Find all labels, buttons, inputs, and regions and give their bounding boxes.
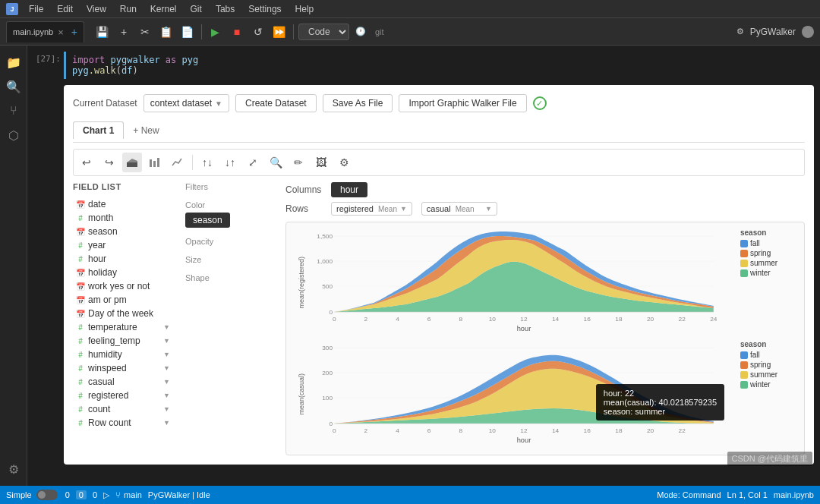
sep: [192, 155, 193, 170]
color-value[interactable]: season: [185, 213, 230, 228]
paste-btn[interactable]: 📄: [178, 23, 197, 41]
menu-kernel[interactable]: Kernel: [144, 2, 183, 16]
menu-file[interactable]: File: [23, 2, 49, 16]
time-indicator: 🕐: [355, 27, 366, 36]
svg-text:10: 10: [489, 427, 497, 434]
activity-search[interactable]: 🔍: [3, 76, 24, 97]
cell-type-select[interactable]: Code: [298, 24, 349, 40]
tab-new[interactable]: +: [71, 26, 77, 38]
chart1-svg-container: 1,500 1,000 500 0: [311, 228, 737, 337]
restart-run-btn[interactable]: ⏩: [270, 23, 289, 41]
create-dataset-btn[interactable]: Create Dataset: [235, 94, 317, 112]
field-holiday[interactable]: 📅holiday: [73, 266, 173, 279]
activity-settings[interactable]: ⚙: [3, 458, 24, 480]
activity-files[interactable]: 📁: [3, 52, 24, 73]
field-month[interactable]: #month: [73, 211, 173, 225]
toggle-switch[interactable]: [36, 490, 58, 500]
dataset-row: Current Dataset context dataset ▼ Create…: [73, 94, 805, 112]
save-btn[interactable]: 💾: [93, 23, 112, 41]
menu-git[interactable]: Git: [184, 2, 208, 16]
field-year[interactable]: #year: [73, 238, 173, 252]
field-temperature[interactable]: #temperature▼: [73, 320, 173, 334]
svg-text:0: 0: [333, 316, 336, 323]
cut-btn[interactable]: ✂: [136, 23, 154, 41]
field-registered[interactable]: #registered▼: [73, 389, 173, 402]
calendar-icon-3: 📅: [76, 268, 85, 277]
field-feeling-temp[interactable]: #feeling_temp▼: [73, 334, 173, 348]
import-graphic-walker-btn[interactable]: Import Graphic Walker File: [399, 94, 526, 112]
expand-btn[interactable]: ⤢: [243, 153, 263, 172]
activity-extensions[interactable]: ⬡: [3, 124, 24, 146]
field-day-of-week[interactable]: 📅Day of the week: [73, 307, 173, 320]
brush-btn[interactable]: ✏: [289, 153, 308, 172]
svg-text:18: 18: [615, 316, 623, 323]
row1-select[interactable]: registered Mean ▼: [331, 202, 412, 216]
hash-icon-7: #: [76, 364, 85, 373]
legend2: season fall spring summer winter: [737, 340, 798, 449]
svg-text:2: 2: [364, 316, 368, 323]
copy-btn[interactable]: 📋: [157, 23, 175, 41]
status-branch: ⑂ main: [115, 490, 142, 499]
field-humidity[interactable]: #humidity▼: [73, 348, 173, 361]
image-btn[interactable]: 🖼: [311, 153, 331, 172]
sort-asc-btn[interactable]: ↑↓: [197, 153, 217, 172]
field-am-or-pm[interactable]: 📅am or pm: [73, 293, 173, 307]
pygwalker-label: PyGWalker: [750, 27, 796, 37]
menu-tabs[interactable]: Tabs: [210, 2, 241, 16]
svg-text:16: 16: [584, 427, 591, 434]
menu-edit[interactable]: Edit: [51, 2, 79, 16]
git-indicator: git: [375, 27, 384, 36]
field-row-count[interactable]: #Row count▼: [73, 416, 173, 430]
legend1: season fall spring summer winter: [737, 228, 798, 337]
field-hour[interactable]: #hour: [73, 252, 173, 266]
hash-icon-6: #: [76, 350, 85, 359]
legend1-summer: summer: [740, 259, 798, 267]
zoom-in-btn[interactable]: 🔍: [266, 153, 285, 172]
run-btn[interactable]: ▶: [207, 23, 225, 41]
hash-icon-11: #: [76, 418, 85, 427]
chart-type-bar-btn[interactable]: [145, 153, 165, 172]
activity-git[interactable]: ⑂: [3, 100, 24, 121]
field-count[interactable]: #count▼: [73, 402, 173, 416]
svg-text:100: 100: [322, 395, 333, 402]
filters-section: Filters: [185, 182, 279, 191]
menu-run[interactable]: Run: [114, 2, 143, 16]
status-zero2: 0: [93, 490, 97, 499]
menu-help[interactable]: Help: [289, 2, 320, 16]
menu-view[interactable]: View: [80, 2, 112, 16]
field-winspeed[interactable]: #winspeed▼: [73, 361, 173, 375]
chevron-icon-7: ▼: [163, 405, 170, 413]
chart-tooltip: hour: 22 mean(casual): 40.0218579235 sea…: [596, 384, 724, 421]
color-label: Color: [185, 200, 279, 209]
svg-rect-3: [153, 161, 156, 167]
redo-btn[interactable]: ↪: [99, 153, 119, 172]
field-work-yes-or-not[interactable]: 📅work yes or not: [73, 279, 173, 293]
dataset-select[interactable]: context dataset ▼: [144, 94, 229, 112]
chevron-down-icon: ▼: [215, 99, 222, 108]
svg-rect-4: [157, 158, 159, 167]
save-as-file-btn[interactable]: Save As File: [323, 94, 393, 112]
menu-settings[interactable]: Settings: [242, 2, 287, 16]
tab-close[interactable]: ×: [58, 27, 64, 38]
field-casual[interactable]: #casual▼: [73, 375, 173, 389]
field-season[interactable]: 📅season: [73, 225, 173, 238]
status-bar: Simple 0 0 0 ▷ ⑂ main PyGWalker | Idle M…: [0, 486, 820, 504]
sort-desc-btn[interactable]: ↓↑: [220, 153, 240, 172]
chart-type-line-btn[interactable]: [168, 153, 188, 172]
field-date[interactable]: 📅date: [73, 197, 173, 211]
status-zero1: 0: [65, 490, 70, 499]
undo-btn[interactable]: ↩: [77, 153, 96, 172]
chart-tab-1[interactable]: Chart 1: [73, 121, 124, 139]
restart-btn[interactable]: ↺: [249, 23, 267, 41]
rows-label: Rows: [285, 203, 325, 214]
settings-btn[interactable]: ⚙: [334, 153, 354, 172]
row2-select[interactable]: casual Mean ▼: [421, 202, 497, 216]
config-panel: Filters Color season Opacity Size: [179, 182, 285, 455]
chart-tab-new[interactable]: + New: [127, 122, 165, 139]
svg-text:16: 16: [584, 316, 591, 323]
chart-type-area-btn[interactable]: [122, 153, 142, 172]
stop-btn[interactable]: ■: [228, 23, 246, 41]
add-cell-btn[interactable]: +: [115, 23, 133, 41]
columns-value-tag[interactable]: hour: [331, 182, 367, 197]
legend1-spring: spring: [740, 249, 798, 257]
